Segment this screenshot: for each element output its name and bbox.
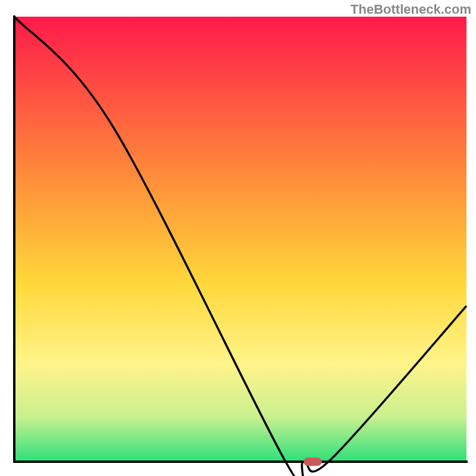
chart-container: TheBottleneck.com <box>0 0 476 476</box>
optimal-marker <box>303 458 321 466</box>
bottleneck-chart <box>0 0 476 476</box>
watermark-text: TheBottleneck.com <box>350 2 471 17</box>
